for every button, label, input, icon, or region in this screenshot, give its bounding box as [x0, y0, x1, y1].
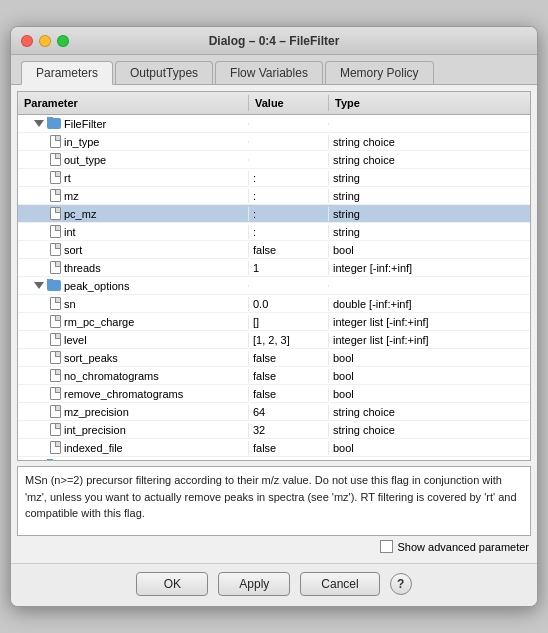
- row-level[interactable]: level [1, 2, 3] integer list [-inf:+inf]: [18, 331, 530, 349]
- tab-memory-policy[interactable]: Memory Policy: [325, 61, 434, 84]
- row-threads[interactable]: threads 1 integer [-inf:+inf]: [18, 259, 530, 277]
- header-type: Type: [328, 95, 530, 111]
- row-in-type[interactable]: in_type string choice: [18, 133, 530, 151]
- expand-icon: [34, 120, 44, 127]
- advanced-checkbox[interactable]: [380, 540, 393, 553]
- file-icon: [50, 315, 61, 328]
- file-icon: [50, 207, 61, 220]
- file-icon: [50, 387, 61, 400]
- row-remove-chromatograms[interactable]: remove_chromatograms false bool: [18, 385, 530, 403]
- advanced-label: Show advanced parameter: [398, 541, 529, 553]
- tab-flow-variables[interactable]: Flow Variables: [215, 61, 323, 84]
- param-name: sort_peaks: [64, 352, 118, 364]
- file-icon: [50, 189, 61, 202]
- row-rm-pc-charge[interactable]: rm_pc_charge [] integer list [-inf:+inf]: [18, 313, 530, 331]
- param-name: threads: [64, 262, 101, 274]
- row-rt[interactable]: rt : string: [18, 169, 530, 187]
- param-name: level: [64, 334, 87, 346]
- folder-icon: [47, 280, 61, 291]
- row-sn[interactable]: sn 0.0 double [-inf:+inf]: [18, 295, 530, 313]
- title-bar: Dialog – 0:4 – FileFilter: [11, 27, 537, 55]
- close-button[interactable]: [21, 35, 33, 47]
- param-name: no_chromatograms: [64, 370, 159, 382]
- param-name: rt: [64, 172, 71, 184]
- row-int[interactable]: int : string: [18, 223, 530, 241]
- bottom-buttons: OK Apply Cancel ?: [11, 563, 537, 606]
- file-icon: [50, 153, 61, 166]
- description-box: MSn (n>=2) precursor filtering according…: [17, 466, 531, 536]
- param-name: pc_mz: [64, 208, 96, 220]
- param-name: indexed_file: [64, 442, 123, 454]
- row-out-type[interactable]: out_type string choice: [18, 151, 530, 169]
- expand-icon: [34, 282, 44, 289]
- header-param: Parameter: [18, 95, 248, 111]
- ok-button[interactable]: OK: [136, 572, 208, 596]
- file-icon: [50, 261, 61, 274]
- file-icon: [50, 135, 61, 148]
- header-value: Value: [248, 95, 328, 111]
- traffic-lights: [21, 35, 69, 47]
- file-icon: [50, 405, 61, 418]
- row-numpress-folder[interactable]: numpress: [18, 457, 530, 461]
- folder-icon: [47, 460, 61, 461]
- tree-body: FileFilter in_type string choice: [18, 115, 530, 461]
- file-icon: [50, 369, 61, 382]
- param-name: mz: [64, 190, 79, 202]
- row-filefilter-folder[interactable]: FileFilter: [18, 115, 530, 133]
- window-title: Dialog – 0:4 – FileFilter: [209, 34, 340, 48]
- row-no-chromatograms[interactable]: no_chromatograms false bool: [18, 367, 530, 385]
- row-mz[interactable]: mz : string: [18, 187, 530, 205]
- param-name: numpress: [64, 460, 112, 462]
- cancel-button[interactable]: Cancel: [300, 572, 379, 596]
- row-int-precision[interactable]: int_precision 32 string choice: [18, 421, 530, 439]
- tab-output-types[interactable]: OutputTypes: [115, 61, 213, 84]
- param-name: int: [64, 226, 76, 238]
- help-button[interactable]: ?: [390, 573, 412, 595]
- parameter-table[interactable]: Parameter Value Type FileFilter: [17, 91, 531, 461]
- param-name: rm_pc_charge: [64, 316, 134, 328]
- file-icon: [50, 333, 61, 346]
- file-icon: [50, 171, 61, 184]
- minimize-button[interactable]: [39, 35, 51, 47]
- file-icon: [50, 243, 61, 256]
- row-peak-options-folder[interactable]: peak_options: [18, 277, 530, 295]
- row-mz-precision[interactable]: mz_precision 64 string choice: [18, 403, 530, 421]
- param-name: sort: [64, 244, 82, 256]
- maximize-button[interactable]: [57, 35, 69, 47]
- param-name: FileFilter: [64, 118, 106, 130]
- advanced-row: Show advanced parameter: [17, 536, 531, 557]
- file-icon: [50, 351, 61, 364]
- folder-icon: [47, 118, 61, 129]
- param-name: out_type: [64, 154, 106, 166]
- param-name: peak_options: [64, 280, 129, 292]
- apply-button[interactable]: Apply: [218, 572, 290, 596]
- file-icon: [50, 297, 61, 310]
- param-name: remove_chromatograms: [64, 388, 183, 400]
- row-sort-peaks[interactable]: sort_peaks false bool: [18, 349, 530, 367]
- row-indexed-file[interactable]: indexed_file false bool: [18, 439, 530, 457]
- description-text: MSn (n>=2) precursor filtering according…: [25, 474, 517, 519]
- main-content: Parameter Value Type FileFilter: [11, 85, 537, 563]
- param-name: sn: [64, 298, 76, 310]
- tab-bar: Parameters OutputTypes Flow Variables Me…: [11, 55, 537, 85]
- row-pc-mz[interactable]: pc_mz : string: [18, 205, 530, 223]
- file-icon: [50, 441, 61, 454]
- row-sort[interactable]: sort false bool: [18, 241, 530, 259]
- param-name: int_precision: [64, 424, 126, 436]
- dialog-window: Dialog – 0:4 – FileFilter Parameters Out…: [10, 26, 538, 607]
- tab-parameters[interactable]: Parameters: [21, 61, 113, 85]
- file-icon: [50, 423, 61, 436]
- param-name: mz_precision: [64, 406, 129, 418]
- param-name: in_type: [64, 136, 99, 148]
- file-icon: [50, 225, 61, 238]
- table-header: Parameter Value Type: [18, 92, 530, 115]
